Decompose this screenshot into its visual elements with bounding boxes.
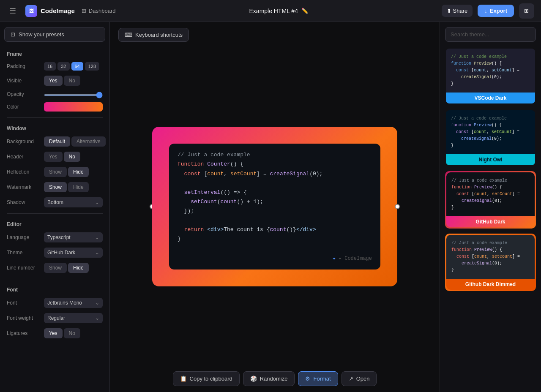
- theme-search-input[interactable]: [445, 27, 536, 42]
- watermark-logo-icon: ✦: [332, 254, 336, 263]
- themes-sidebar: // Just a code example function Preview(…: [440, 22, 541, 392]
- grid-icon[interactable]: ⊞: [519, 3, 534, 19]
- reflection-toggle: Show Hide: [44, 167, 89, 177]
- drag-handle-right[interactable]: [395, 204, 400, 209]
- watermark-toggle: Show Hide: [44, 182, 89, 192]
- main-layout: ⊡ Show your presets Frame Padding 16 32 …: [0, 22, 541, 392]
- window-section-title: Window: [0, 121, 109, 134]
- header-yes[interactable]: Yes: [44, 152, 63, 162]
- share-button[interactable]: ⬆ Share: [442, 5, 473, 17]
- frame-divider: [7, 117, 103, 118]
- line-number-label: Line number: [7, 265, 41, 271]
- header-no[interactable]: No: [64, 152, 80, 162]
- code-frame-wrapper: // Just a code example function Counter(…: [152, 127, 397, 286]
- theme-label: Theme: [7, 250, 41, 256]
- padding-16[interactable]: 16: [44, 62, 56, 71]
- visible-label: Visible: [7, 78, 41, 84]
- theme-select[interactable]: GitHub Dark VSCode Dark Night Owl Github…: [44, 248, 103, 258]
- app-logo: 🖼 CodeImage: [25, 5, 75, 17]
- ligatures-row: Ligatures Yes No: [0, 326, 109, 341]
- shadow-row: Shadow Bottom None Top: [0, 195, 109, 210]
- frame-section-title: Frame: [0, 47, 109, 60]
- watermark-hide[interactable]: Hide: [68, 182, 89, 192]
- show-presets-button[interactable]: ⊡ Show your presets: [4, 27, 105, 42]
- vscode-name: VSCode Dark: [446, 93, 535, 103]
- header-label: Header: [7, 154, 41, 160]
- format-label: Format: [313, 376, 331, 382]
- language-row: Language Typescript JavaScript HTML CSS …: [0, 230, 109, 245]
- opacity-label: Opacity: [7, 91, 41, 97]
- randomize-icon: 🎲: [250, 376, 257, 382]
- padding-64[interactable]: 64: [71, 62, 83, 71]
- shadow-select[interactable]: Bottom None Top: [44, 197, 103, 207]
- font-row: Font Jetbrains Mono Fira Code Source Cod…: [0, 295, 109, 310]
- font-weight-row: Font weight Regular Bold Light: [0, 310, 109, 326]
- padding-128[interactable]: 128: [85, 62, 99, 71]
- padding-group: 16 32 64 128: [44, 62, 99, 71]
- header-right: ⬆ Share ↓ Export ⊞: [442, 3, 534, 19]
- theme-card-dimmed: // Just a code example function Preview(…: [446, 235, 535, 290]
- background-label: Background: [7, 139, 41, 144]
- theme-card-dimmed-outer[interactable]: // Just a code example function Preview(…: [445, 234, 536, 291]
- font-weight-select[interactable]: Regular Bold Light: [44, 313, 103, 323]
- ligatures-toggle: Yes No: [44, 328, 80, 338]
- reflection-hide[interactable]: Hide: [68, 167, 89, 177]
- font-weight-select-wrap: Regular Bold Light: [44, 313, 103, 323]
- line-number-hide[interactable]: Hide: [68, 263, 89, 273]
- randomize-button[interactable]: 🎲 Randomize: [243, 371, 295, 386]
- watermark: ✦ ✦ CodeImage: [169, 250, 380, 269]
- dashboard-link[interactable]: ⊞ Dashboard: [82, 8, 116, 14]
- bg-alternative[interactable]: Alternative: [71, 136, 106, 147]
- theme-select-wrap: GitHub Dark VSCode Dark Night Owl Github…: [44, 248, 103, 258]
- opacity-row: Opacity: [0, 88, 109, 100]
- watermark-text: ✦ CodeImage: [339, 255, 372, 263]
- opacity-slider[interactable]: [44, 94, 103, 96]
- visible-yes[interactable]: Yes: [44, 76, 63, 86]
- canvas-toolbar: ⌨ Keyboard shortcuts: [110, 22, 440, 48]
- copy-to-clipboard-button[interactable]: 📋 Copy to clipboard: [173, 371, 240, 386]
- theme-card-nightowl[interactable]: // Just a code example function Preview(…: [445, 109, 536, 166]
- open-button[interactable]: ↗ Open: [342, 371, 377, 386]
- export-button[interactable]: ↓ Export: [478, 5, 514, 17]
- reflection-show[interactable]: Show: [44, 167, 67, 177]
- menu-toggle-button[interactable]: ☰: [7, 5, 19, 17]
- padding-32[interactable]: 32: [57, 62, 69, 71]
- reflection-row: Reflection Show Hide: [0, 164, 109, 180]
- github-name: GitHub Dark: [446, 216, 535, 227]
- vscode-preview: // Just a code example function Preview(…: [446, 49, 535, 93]
- color-swatch[interactable]: [44, 102, 103, 112]
- ligatures-label: Ligatures: [7, 330, 41, 336]
- code-window: // Just a code example function Counter(…: [169, 144, 380, 269]
- watermark-show[interactable]: Show: [44, 182, 67, 192]
- watermark-row: Watermark Show Hide: [0, 180, 109, 195]
- export-icon: ↓: [484, 8, 487, 14]
- theme-card-vscode[interactable]: // Just a code example function Preview(…: [445, 48, 536, 104]
- background-row: Background Default Alternative: [0, 134, 109, 149]
- keyboard-shortcuts-button[interactable]: ⌨ Keyboard shortcuts: [118, 28, 189, 42]
- shadow-label: Shadow: [7, 199, 41, 205]
- watermark-label: Watermark: [7, 184, 41, 190]
- kb-icon: ⌨: [125, 32, 133, 38]
- kb-shortcuts-label: Keyboard shortcuts: [135, 32, 183, 38]
- app-name: CodeImage: [41, 7, 75, 14]
- presets-label: Show your presets: [19, 31, 64, 38]
- ligatures-yes[interactable]: Yes: [44, 328, 63, 338]
- editor-divider: [7, 279, 103, 279]
- dashboard-label: Dashboard: [89, 8, 116, 14]
- presets-icon: ⊡: [11, 31, 15, 38]
- ligatures-no[interactable]: No: [64, 328, 80, 338]
- language-select[interactable]: Typescript JavaScript HTML CSS Python: [44, 232, 103, 242]
- font-select[interactable]: Jetbrains Mono Fira Code Source Code Pro: [44, 298, 103, 308]
- line-number-show[interactable]: Show: [44, 263, 67, 273]
- theme-card-github-outer[interactable]: // Just a code example function Preview(…: [445, 171, 536, 229]
- visible-no[interactable]: No: [64, 76, 80, 86]
- color-row: Color: [0, 100, 109, 114]
- nightowl-preview: // Just a code example function Preview(…: [446, 110, 535, 154]
- format-button[interactable]: ⚙ Format: [298, 371, 338, 386]
- window-divider: [7, 213, 103, 214]
- code-body: // Just a code example function Counter(…: [169, 144, 380, 250]
- bg-default[interactable]: Default: [44, 136, 70, 147]
- edit-icon[interactable]: ✏️: [301, 8, 308, 14]
- line-number-row: Line number Show Hide: [0, 260, 109, 275]
- reflection-label: Reflection: [7, 169, 41, 175]
